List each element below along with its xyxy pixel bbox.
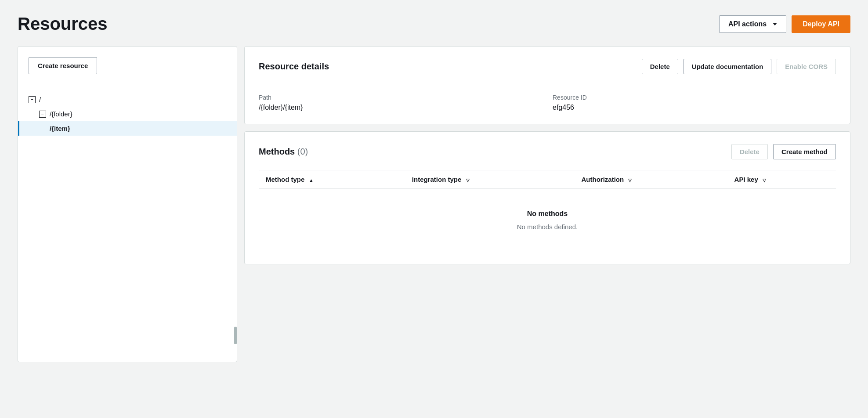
methods-title: Methods (0) [259,147,308,157]
tree-item-root[interactable]: − / [18,92,237,107]
dropdown-arrow-icon [773,23,777,25]
sort-authorization-icon [628,178,632,183]
header-actions: API actions Deploy API [719,15,850,33]
create-method-button[interactable]: Create method [773,144,836,159]
methods-actions: Delete Create method [731,144,836,159]
tree-label-folder: /{folder} [50,110,72,118]
path-label: Path [259,94,542,101]
path-group: Path /{folder}/{item} [259,94,542,112]
delete-method-button[interactable]: Delete [731,144,768,159]
path-value: /{folder}/{item} [259,104,542,112]
resource-details-grid: Path /{folder}/{item} Resource ID efg456 [259,85,836,112]
resource-details-actions: Delete Update documentation Enable CORS [642,59,836,74]
tree-label-root: / [39,96,41,103]
left-panel: Create resource − / − /{folder} /{item} [18,46,237,362]
collapse-icon-root: − [29,96,36,103]
delete-resource-button[interactable]: Delete [642,59,678,74]
enable-cors-label: Enable CORS [785,63,828,70]
update-documentation-label: Update documentation [692,63,763,70]
resource-id-value: efg456 [553,104,836,112]
resource-details-header: Resource details Delete Update documenta… [259,59,836,74]
create-method-label: Create method [781,148,828,155]
create-resource-label: Create resource [38,62,88,69]
tree-item-item[interactable]: /{item} [18,121,237,136]
divider [18,85,237,85]
methods-count: (0) [297,147,308,156]
col-api-key[interactable]: API key [727,170,836,189]
col-authorization[interactable]: Authorization [575,170,727,189]
update-documentation-button[interactable]: Update documentation [684,59,772,74]
sort-method-type-icon [309,178,314,183]
resize-handle[interactable] [234,327,237,344]
sort-api-key-icon [763,178,766,183]
resource-details-title: Resource details [259,61,329,72]
methods-card: Methods (0) Delete Create method [244,131,850,264]
right-panel: Resource details Delete Update documenta… [244,46,850,264]
resource-id-group: Resource ID efg456 [553,94,836,112]
col-method-type[interactable]: Method type [259,170,405,189]
create-resource-button[interactable]: Create resource [29,57,97,74]
delete-method-label: Delete [740,148,760,155]
deploy-api-label: Deploy API [803,20,839,28]
api-actions-label: API actions [728,20,767,28]
enable-cors-button[interactable]: Enable CORS [777,59,836,74]
empty-state-desc: No methods defined. [266,223,829,231]
resource-details-card: Resource details Delete Update documenta… [244,46,850,124]
deploy-api-button[interactable]: Deploy API [792,15,850,33]
col-integration-type[interactable]: Integration type [405,170,575,189]
col-integration-type-label: Integration type [412,176,462,183]
col-api-key-label: API key [734,176,758,183]
tree-item-folder[interactable]: − /{folder} [18,107,237,121]
methods-table-header-row: Method type Integration type Authorizati… [259,170,836,189]
page-title: Resources [18,14,108,34]
collapse-icon-folder: − [39,111,46,118]
tree-label-item: /{item} [50,125,70,132]
col-method-type-label: Method type [266,176,304,183]
delete-resource-label: Delete [650,63,670,70]
page-header: Resources API actions Deploy API [18,14,850,34]
methods-empty-row: No methods No methods defined. [259,189,836,252]
resource-tree: − / − /{folder} /{item} [18,92,237,136]
sort-integration-type-icon [466,178,470,183]
empty-state-title: No methods [266,210,829,218]
methods-empty-state: No methods No methods defined. [259,189,836,252]
methods-header: Methods (0) Delete Create method [259,144,836,159]
col-authorization-label: Authorization [582,176,624,183]
methods-title-text: Methods [259,147,297,156]
api-actions-button[interactable]: API actions [719,15,786,33]
main-content: Create resource − / − /{folder} /{item} [18,46,850,362]
methods-table: Method type Integration type Authorizati… [259,170,836,252]
resource-id-label: Resource ID [553,94,836,101]
